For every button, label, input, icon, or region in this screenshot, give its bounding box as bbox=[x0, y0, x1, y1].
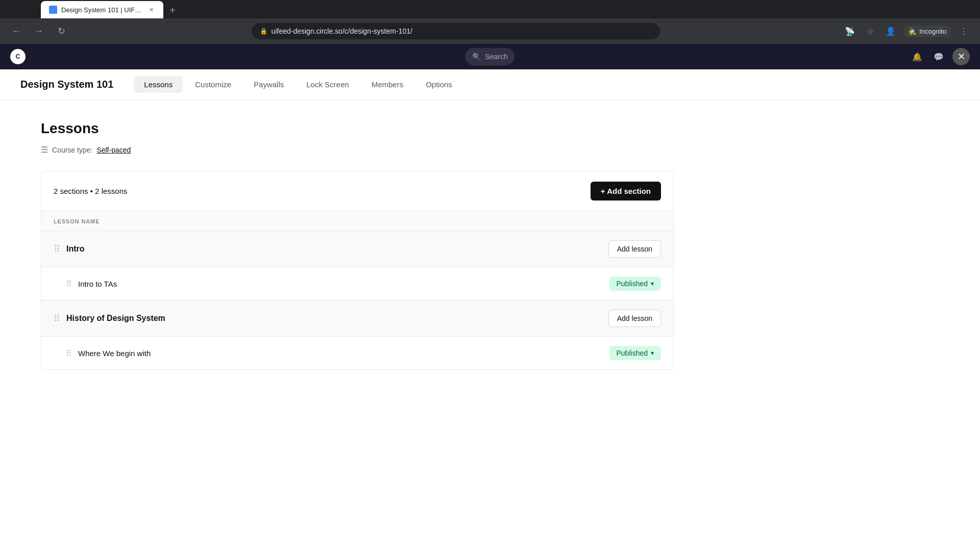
app-content: Design System 101 Lessons Customize Payw… bbox=[0, 69, 980, 525]
course-type-value[interactable]: Self-paced bbox=[96, 146, 131, 154]
course-type-row: ☰ Course type: Self-paced bbox=[41, 145, 674, 155]
lesson-row: ⠿ Intro to TAs Published ▾ bbox=[41, 267, 673, 300]
tab-options[interactable]: Options bbox=[415, 76, 462, 93]
app-header-right: 🔔 💬 ✕ bbox=[910, 48, 970, 65]
browser-menu-button[interactable]: ⋮ bbox=[955, 23, 972, 39]
page-title: Lessons bbox=[41, 120, 674, 137]
course-nav-tabs: Lessons Customize Paywalls Lock Screen M… bbox=[134, 76, 462, 93]
browser-tab[interactable]: Design System 101 | UIFeed Des... ✕ bbox=[41, 1, 163, 18]
lesson-name: Intro to TAs bbox=[78, 280, 609, 288]
course-nav: Design System 101 Lessons Customize Payw… bbox=[0, 69, 980, 100]
app-header: C 🔍 Search 🔔 💬 ✕ bbox=[0, 44, 980, 69]
column-header-row: LESSON NAME bbox=[41, 211, 673, 231]
published-label: Published bbox=[617, 349, 648, 357]
app-search-bar[interactable]: 🔍 Search bbox=[465, 48, 514, 65]
lesson-drag-handle[interactable]: ⠿ bbox=[66, 279, 72, 289]
address-bar[interactable]: 🔒 uifeed-design.circle.so/c/design-syste… bbox=[252, 23, 660, 39]
lessons-table: 2 sections • 2 lessons + Add section LES… bbox=[41, 171, 674, 370]
chevron-down-icon: ▾ bbox=[651, 349, 654, 357]
tab-close-button[interactable]: ✕ bbox=[147, 6, 155, 14]
published-label: Published bbox=[617, 280, 648, 288]
add-lesson-button-intro[interactable]: Add lesson bbox=[608, 240, 661, 258]
chat-button[interactable]: 💬 bbox=[931, 49, 946, 64]
search-placeholder: Search bbox=[485, 53, 507, 61]
browser-toolbar-right: 📡 ☆ 👤 🕵 Incognito ⋮ bbox=[842, 23, 972, 39]
table-header-row: 2 sections • 2 lessons + Add section bbox=[41, 171, 673, 211]
lesson-name-column-header: LESSON NAME bbox=[54, 218, 100, 224]
app-logo[interactable]: C bbox=[10, 49, 26, 64]
bookmark-button[interactable]: ☆ bbox=[862, 23, 878, 39]
course-type-icon: ☰ bbox=[41, 145, 48, 155]
refresh-button[interactable]: ↻ bbox=[53, 23, 69, 39]
course-type-label: Course type: bbox=[52, 146, 92, 154]
add-section-button[interactable]: + Add section bbox=[591, 182, 661, 201]
section-drag-handle[interactable]: ⠿ bbox=[54, 243, 60, 255]
lesson-name: Where We begin with bbox=[78, 349, 609, 358]
tab-lessons[interactable]: Lessons bbox=[134, 76, 183, 93]
course-title: Design System 101 bbox=[20, 79, 113, 90]
tab-paywalls[interactable]: Paywalls bbox=[243, 76, 294, 93]
main-content: Lessons ☰ Course type: Self-paced 2 sect… bbox=[0, 100, 715, 390]
back-button[interactable]: ← bbox=[8, 23, 24, 39]
tab-customize[interactable]: Customize bbox=[185, 76, 241, 93]
browser-tab-bar: Design System 101 | UIFeed Des... ✕ + bbox=[0, 0, 980, 18]
incognito-label: Incognito bbox=[919, 28, 946, 35]
forward-button[interactable]: → bbox=[31, 23, 47, 39]
lesson-row: ⠿ Where We begin with Published ▾ bbox=[41, 337, 673, 369]
section-name: Intro bbox=[66, 244, 608, 254]
tab-lock-screen[interactable]: Lock Screen bbox=[296, 76, 359, 93]
search-icon: 🔍 bbox=[472, 53, 481, 61]
section-row: ⠿ Intro Add lesson bbox=[41, 231, 673, 267]
tab-title: Design System 101 | UIFeed Des... bbox=[61, 6, 143, 14]
tab-members[interactable]: Members bbox=[361, 76, 414, 93]
section-name: History of Design System bbox=[66, 314, 608, 323]
url-text: uifeed-design.circle.so/c/design-system-… bbox=[272, 27, 412, 35]
new-tab-button[interactable]: + bbox=[165, 3, 180, 17]
cast-button[interactable]: 📡 bbox=[842, 23, 858, 39]
published-status-where-we-begin[interactable]: Published ▾ bbox=[609, 346, 662, 360]
sections-count: 2 sections • 2 lessons bbox=[54, 187, 128, 195]
add-lesson-button-history[interactable]: Add lesson bbox=[608, 310, 661, 327]
published-status-intro-to-tas[interactable]: Published ▾ bbox=[609, 277, 662, 291]
tab-favicon bbox=[49, 6, 57, 14]
browser-profile-button[interactable]: 👤 bbox=[883, 23, 899, 39]
incognito-icon: 🕵 bbox=[908, 28, 916, 35]
lesson-drag-handle[interactable]: ⠿ bbox=[66, 348, 72, 358]
section-row: ⠿ History of Design System Add lesson bbox=[41, 300, 673, 337]
section-drag-handle[interactable]: ⠿ bbox=[54, 313, 60, 324]
incognito-badge[interactable]: 🕵 Incognito bbox=[903, 26, 951, 37]
lock-icon: 🔒 bbox=[260, 28, 267, 35]
notification-button[interactable]: 🔔 bbox=[910, 49, 925, 64]
close-overlay-button[interactable]: ✕ bbox=[952, 48, 970, 65]
chevron-down-icon: ▾ bbox=[651, 280, 654, 287]
address-bar-row: ← → ↻ 🔒 uifeed-design.circle.so/c/design… bbox=[0, 18, 980, 44]
